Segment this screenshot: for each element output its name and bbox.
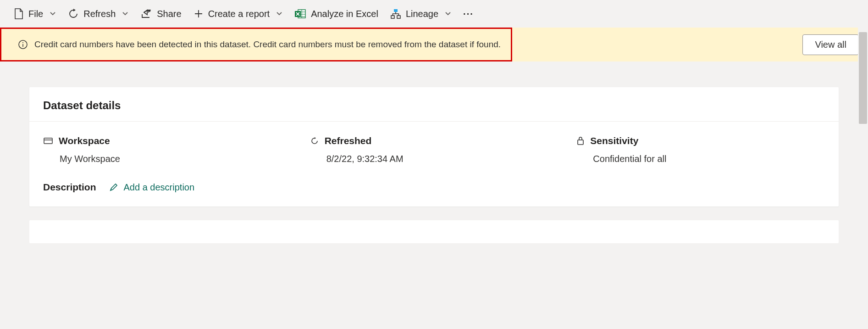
svg-rect-7 xyxy=(391,16,394,18)
file-menu[interactable]: File xyxy=(14,8,56,20)
workspace-icon xyxy=(43,137,53,145)
warning-banner-highlight: Credit card numbers have been detected i… xyxy=(0,28,512,61)
sensitivity-label: Sensitivity xyxy=(590,135,638,146)
svg-point-10 xyxy=(22,42,23,43)
description-row: Description Add a description xyxy=(43,182,825,193)
refresh-icon xyxy=(68,8,79,19)
refreshed-label: Refreshed xyxy=(325,135,372,146)
file-label: File xyxy=(28,9,43,19)
view-all-button[interactable]: View all xyxy=(802,34,859,55)
share-label: Share xyxy=(157,9,181,19)
sensitivity-value: Confidential for all xyxy=(576,154,825,164)
chevron-down-icon xyxy=(445,11,451,16)
dataset-details-card: Dataset details Workspace My Workspace xyxy=(29,87,839,206)
file-icon xyxy=(14,8,24,20)
chevron-down-icon xyxy=(122,11,128,16)
info-icon xyxy=(18,39,28,50)
refreshed-field: Refreshed 8/2/22, 9:32:34 AM xyxy=(310,135,558,164)
workspace-label: Workspace xyxy=(59,135,110,146)
workspace-field: Workspace My Workspace xyxy=(43,135,292,164)
refresh-label: Refresh xyxy=(83,9,116,19)
analyze-excel-button[interactable]: Analyze in Excel xyxy=(294,8,378,19)
add-description-button[interactable]: Add a description xyxy=(109,182,195,193)
pencil-icon xyxy=(109,183,118,192)
secondary-card xyxy=(29,220,839,243)
excel-icon xyxy=(294,8,306,19)
lineage-icon xyxy=(390,8,401,19)
lineage-label: Lineage xyxy=(406,9,438,19)
warning-banner: Credit card numbers have been detected i… xyxy=(0,28,868,61)
workspace-value: My Workspace xyxy=(43,154,292,164)
more-options-button[interactable]: ··· xyxy=(463,9,474,19)
scrollbar[interactable] xyxy=(858,28,868,329)
share-icon xyxy=(140,9,152,19)
lock-icon xyxy=(576,136,585,146)
analyze-excel-label: Analyze in Excel xyxy=(311,9,378,19)
svg-rect-12 xyxy=(578,140,583,145)
create-report-menu[interactable]: Create a report xyxy=(194,9,283,19)
card-title: Dataset details xyxy=(29,87,839,122)
warning-message: Credit card numbers have been detected i… xyxy=(34,39,501,50)
svg-rect-11 xyxy=(44,138,52,144)
scrollbar-thumb[interactable] xyxy=(859,32,867,124)
chevron-down-icon xyxy=(50,11,56,16)
sensitivity-field: Sensitivity Confidential for all xyxy=(576,135,825,164)
refresh-menu[interactable]: Refresh xyxy=(68,8,128,19)
svg-rect-6 xyxy=(394,9,398,12)
description-label: Description xyxy=(43,182,96,193)
refresh-small-icon xyxy=(310,136,319,145)
chevron-down-icon xyxy=(276,11,282,16)
lineage-menu[interactable]: Lineage xyxy=(390,8,451,19)
toolbar: File Refresh Share xyxy=(0,0,868,28)
content-area: Dataset details Workspace My Workspace xyxy=(0,61,868,243)
share-button[interactable]: Share xyxy=(140,9,181,19)
refreshed-value: 8/2/22, 9:32:34 AM xyxy=(310,154,558,164)
svg-rect-8 xyxy=(397,16,400,18)
add-description-label: Add a description xyxy=(124,182,195,193)
create-report-label: Create a report xyxy=(208,9,270,19)
plus-icon xyxy=(194,9,204,19)
